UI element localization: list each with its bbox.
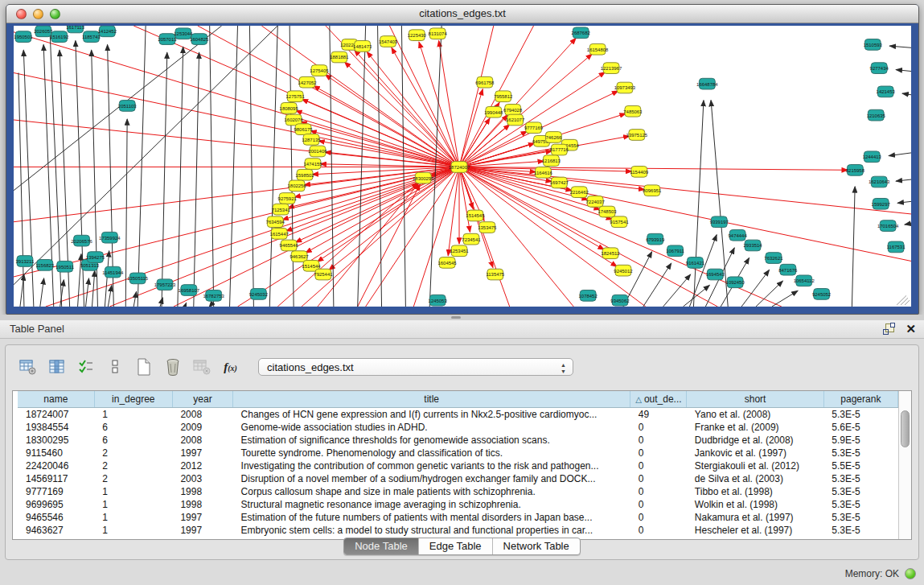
graph-edge[interactable]: [14, 32, 459, 167]
graph-edge[interactable]: [105, 251, 109, 307]
tab-network-table[interactable]: Network Table: [493, 538, 580, 554]
graph-edge[interactable]: [178, 47, 183, 307]
graph-node[interactable]: 1990448: [484, 106, 503, 117]
graph-node[interactable]: 7634594: [266, 216, 285, 228]
graph-node[interactable]: 9245032: [249, 289, 268, 300]
graph-node[interactable]: 9161421: [686, 257, 704, 269]
graph-node[interactable]: 1067911: [666, 245, 684, 257]
table-selector[interactable]: citations_edges.txt ▲▼: [258, 358, 573, 376]
table-settings-icon[interactable]: [17, 356, 39, 378]
graph-node[interactable]: 1275405: [310, 65, 329, 76]
network-graph[interactable]: 1872400716154808122139671097349374850631…: [14, 26, 911, 307]
graph-node[interactable]: 1394275: [86, 252, 105, 263]
graph-node[interactable]: 7925441: [314, 269, 332, 280]
graph-node[interactable]: 746266: [545, 132, 562, 143]
graph-node[interactable]: 1808095: [280, 103, 299, 114]
table-row[interactable]: 911546021997Tourette syndrome. Phenomeno…: [18, 447, 898, 459]
table-row[interactable]: 1872400712008Changes of HCN gene express…: [18, 408, 898, 422]
graph-edge[interactable]: [643, 263, 671, 307]
graph-node[interactable]: 9806175: [294, 124, 313, 135]
graph-node[interactable]: 6794028: [503, 104, 523, 115]
graph-node[interactable]: 2001406: [308, 146, 327, 157]
graph-edge[interactable]: [459, 151, 552, 167]
graph-edge[interactable]: [210, 26, 214, 307]
graph-edge[interactable]: [290, 26, 294, 307]
graph-edge[interactable]: [897, 201, 911, 203]
graph-node[interactable]: 1154409: [630, 167, 648, 178]
graph-node[interactable]: 18300295: [413, 172, 434, 183]
graph-edge[interactable]: [108, 286, 111, 307]
zoom-window-button[interactable]: [50, 9, 60, 19]
graph-edge[interactable]: [889, 153, 911, 156]
graph-edge[interactable]: [889, 46, 911, 47]
graph-node[interactable]: 7224037: [586, 196, 605, 208]
splitter-grip[interactable]: [451, 316, 461, 319]
graph-node[interactable]: 1802256: [288, 180, 307, 192]
graph-node[interactable]: 16210643: [869, 176, 890, 187]
graph-edge[interactable]: [249, 26, 253, 307]
column-header[interactable]: year: [172, 391, 232, 408]
graph-edge[interactable]: [367, 51, 459, 167]
graph-node[interactable]: 1164616: [534, 167, 552, 178]
graph-edge[interactable]: [92, 270, 94, 307]
graph-node[interactable]: 9465546: [280, 240, 299, 251]
graph-edge[interactable]: [852, 187, 855, 307]
graph-node[interactable]: 1210635: [867, 109, 886, 121]
graph-node[interactable]: 1950511: [55, 261, 74, 272]
graph-node[interactable]: 7632621: [764, 253, 782, 264]
window-titlebar[interactable]: citations_edges.txt: [6, 5, 918, 23]
column-header[interactable]: △out_de...: [630, 391, 687, 408]
graph-edge[interactable]: [269, 26, 277, 307]
graph-edge[interactable]: [185, 303, 187, 307]
graph-node[interactable]: 18724007: [449, 162, 470, 173]
column-header[interactable]: title: [233, 391, 630, 408]
row-height-icon[interactable]: [104, 356, 125, 378]
graph-node[interactable]: 1598502: [295, 169, 314, 180]
graph-node[interactable]: 1353475: [478, 222, 497, 233]
graph-node[interactable]: 2933514: [743, 240, 762, 251]
graph-edge[interactable]: [459, 167, 911, 261]
graph-edge[interactable]: [459, 167, 604, 249]
graph-node[interactable]: 1225430: [408, 30, 427, 41]
graph-edge[interactable]: [389, 26, 459, 167]
table-row[interactable]: 969969511998Structural magnetic resonanc…: [18, 498, 898, 511]
graph-node[interactable]: 1950501: [14, 31, 32, 43]
graph-edge[interactable]: [459, 167, 717, 307]
graph-node[interactable]: 17016504: [877, 220, 899, 232]
graph-edge[interactable]: [133, 291, 136, 307]
graph-node[interactable]: 1474155: [303, 159, 322, 170]
resize-grip-icon[interactable]: [897, 295, 910, 305]
graph-node[interactable]: 7234541: [462, 233, 480, 245]
graph-node[interactable]: 16782753: [203, 290, 224, 302]
graph-node[interactable]: 6961758: [475, 76, 495, 88]
graph-edge[interactable]: [40, 278, 44, 307]
graph-node[interactable]: 1615447: [270, 229, 289, 240]
graph-node[interactable]: 1881881: [330, 51, 348, 63]
graph-node[interactable]: 7125341: [272, 204, 290, 215]
graph-node[interactable]: 8215958: [846, 165, 865, 176]
table-column-icon[interactable]: [46, 356, 68, 378]
graph-node[interactable]: 1748503: [598, 206, 617, 217]
graph-node[interactable]: 1167531: [887, 241, 906, 253]
graph-node[interactable]: 1514545: [466, 210, 485, 221]
graph-node[interactable]: 1604545: [438, 257, 458, 269]
graph-edge[interactable]: [902, 93, 911, 95]
graph-edge[interactable]: [896, 70, 911, 72]
graph-node[interactable]: 2051103: [118, 101, 137, 112]
graph-edge[interactable]: [459, 125, 510, 167]
graph-edge[interactable]: [14, 120, 459, 167]
graph-node[interactable]: 1510593: [864, 39, 883, 51]
column-header[interactable]: short: [687, 391, 823, 408]
tab-node-table[interactable]: Node Table: [344, 538, 419, 554]
graph-edge[interactable]: [194, 52, 199, 307]
graph-node[interactable]: 1092450: [726, 277, 745, 288]
graph-edge[interactable]: [18, 72, 24, 307]
graph-node[interactable]: 1621077: [506, 114, 524, 126]
graph-edge[interactable]: [459, 167, 470, 232]
graph-edge[interactable]: [138, 26, 146, 307]
graph-node[interactable]: 1245053: [429, 295, 448, 306]
minimize-window-button[interactable]: [33, 9, 43, 19]
graph-edge[interactable]: [14, 26, 277, 285]
graph-node[interactable]: 1694543: [706, 269, 725, 280]
table-row[interactable]: 2242004622012Investigating the contribut…: [18, 459, 898, 472]
